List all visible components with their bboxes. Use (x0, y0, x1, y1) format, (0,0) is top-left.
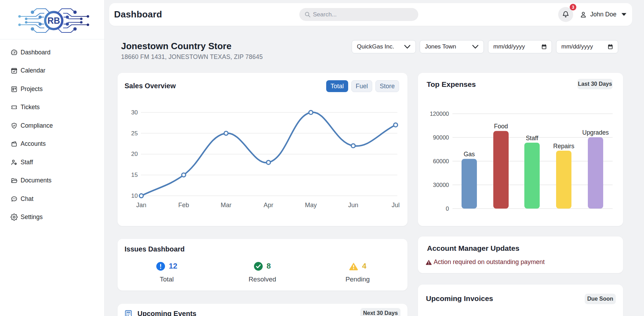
svg-text:60000: 60000 (433, 158, 449, 164)
svg-text:Upgrades: Upgrades (582, 129, 609, 136)
svg-text:0: 0 (446, 205, 449, 212)
svg-text:15: 15 (131, 172, 138, 178)
svg-text:Repairs: Repairs (553, 143, 575, 150)
svg-text:120000: 120000 (430, 111, 449, 117)
svg-text:RB: RB (47, 16, 60, 25)
svg-text:30: 30 (131, 109, 138, 116)
svg-text:May: May (305, 202, 317, 209)
svg-text:10: 10 (131, 193, 138, 199)
svg-text:Apr: Apr (263, 202, 273, 209)
svg-text:90000: 90000 (433, 134, 449, 141)
svg-text:Food: Food (494, 123, 508, 130)
svg-text:30000: 30000 (433, 182, 449, 188)
svg-text:Gas: Gas (464, 151, 475, 158)
svg-text:Mar: Mar (221, 202, 232, 209)
svg-text:Jul: Jul (391, 202, 399, 209)
svg-text:20: 20 (131, 151, 138, 157)
svg-text:Jan: Jan (136, 202, 146, 209)
svg-text:Staff: Staff (526, 135, 538, 142)
svg-text:Jun: Jun (348, 202, 358, 209)
svg-text:Feb: Feb (178, 202, 189, 209)
svg-text:25: 25 (131, 130, 138, 137)
